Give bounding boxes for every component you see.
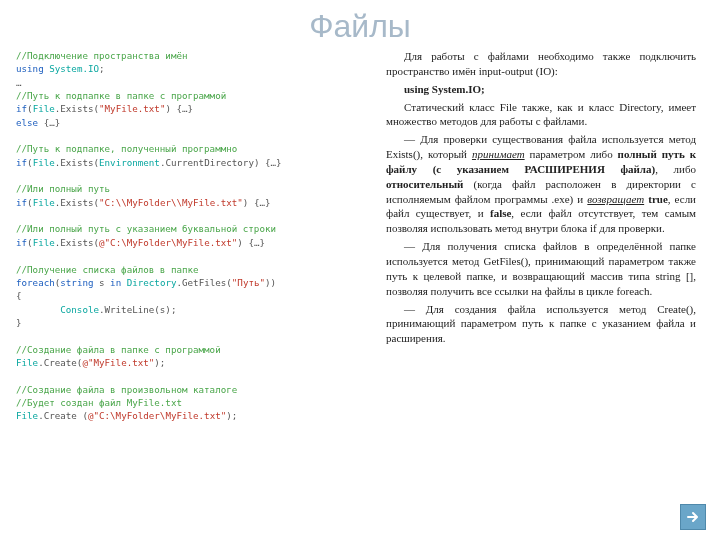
- code-line: if(File.Exists(@"C:\MyFolder\MyFile.txt"…: [16, 236, 368, 249]
- content-columns: //Подключение пространства имён using Sy…: [0, 49, 720, 423]
- code-comment: //Создание файла в произвольном каталоге: [16, 383, 368, 396]
- code-line: if(File.Exists(Environment.CurrentDirect…: [16, 156, 368, 169]
- code-line: …: [16, 76, 368, 89]
- code-line: using System.IO;: [16, 62, 368, 75]
- code-comment: //Получение списка файлов в папке: [16, 263, 368, 276]
- code-line: File.Create (@"C:\MyFolder\MyFile.txt");: [16, 409, 368, 422]
- para: — Для проверки существования файла испол…: [386, 132, 696, 236]
- code-line: else {…}: [16, 116, 368, 129]
- code-comment: //Путь к подпапке, полученный программно: [16, 142, 368, 155]
- page-title: Файлы: [0, 0, 720, 49]
- para: Статический класс File также, как и клас…: [386, 100, 696, 130]
- para: using System.IO;: [386, 82, 696, 97]
- para: — Для получения списка файлов в определё…: [386, 239, 696, 298]
- next-button[interactable]: [680, 504, 706, 530]
- blank: [16, 369, 368, 382]
- arrow-right-icon: [685, 509, 701, 525]
- code-line: Console.WriteLine(s);: [16, 303, 368, 316]
- code-comment: //Подключение пространства имён: [16, 49, 368, 62]
- description-panel: Для работы с файлами необходимо также по…: [386, 49, 696, 423]
- code-comment: //Путь к подпапке в папке с программой: [16, 89, 368, 102]
- code-line: foreach(string s in Directory.GetFiles("…: [16, 276, 368, 289]
- para: — Для создания файла используется метод …: [386, 302, 696, 347]
- code-line: if(File.Exists("C:\\MyFolder\\MyFile.txt…: [16, 196, 368, 209]
- blank: [16, 209, 368, 222]
- code-panel: //Подключение пространства имён using Sy…: [16, 49, 368, 423]
- code-comment: //Или полный путь: [16, 182, 368, 195]
- code-line: {: [16, 289, 368, 302]
- code-line: }: [16, 316, 368, 329]
- blank: [16, 169, 368, 182]
- blank: [16, 249, 368, 262]
- para: Для работы с файлами необходимо также по…: [386, 49, 696, 79]
- code-comment: //Или полный путь с указанием буквальной…: [16, 222, 368, 235]
- code-comment: //Создание файла в папке с программой: [16, 343, 368, 356]
- blank: [16, 329, 368, 342]
- blank: [16, 129, 368, 142]
- code-comment: //Будет создан файл MyFile.txt: [16, 396, 368, 409]
- code-line: if(File.Exists("MyFile.txt") {…}: [16, 102, 368, 115]
- code-line: File.Create(@"MyFile.txt");: [16, 356, 368, 369]
